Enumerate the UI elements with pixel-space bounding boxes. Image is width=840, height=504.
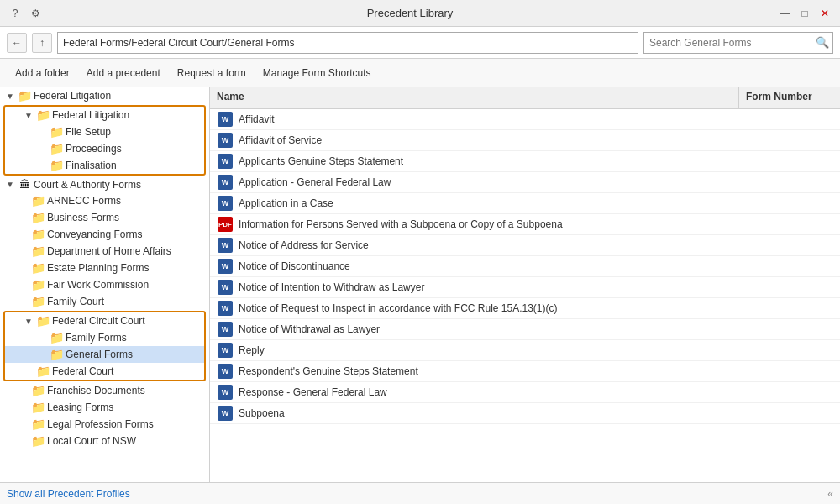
word-icon: W	[218, 175, 233, 190]
search-button[interactable]: 🔍	[812, 33, 832, 53]
tree-item-fair-work[interactable]: 📁 Fair Work Commission	[0, 276, 209, 293]
folder-icon-dept-home: 📁	[30, 244, 45, 258]
folder-icon-leasing: 📁	[30, 401, 45, 414]
settings-button[interactable]: ⚙	[27, 5, 44, 22]
folder-icon-local-court-nsw: 📁	[30, 434, 45, 448]
tree-item-federal-litigation-root[interactable]: ▼ 📁 Federal Litigation	[0, 87, 209, 104]
tree-label-court-authority: Court & Authority Forms	[32, 179, 141, 191]
tree-item-file-setup[interactable]: 📁 File Setup	[5, 123, 204, 140]
tree-label-dept-home: Department of Home Affairs	[45, 245, 171, 257]
folder-icon-fair-work: 📁	[30, 278, 45, 291]
list-row[interactable]: W Notice of Discontinuance	[210, 256, 840, 277]
tree-item-leasing[interactable]: 📁 Leasing Forms	[0, 399, 209, 416]
tree-item-conveyancing[interactable]: 📁 Conveyancing Forms	[0, 226, 209, 243]
folder-icon-family-forms: 📁	[49, 331, 64, 344]
list-row[interactable]: W Notice of Withdrawal as Lawyer	[210, 319, 840, 340]
list-row[interactable]: W Applicants Genuine Steps Statement	[210, 151, 840, 172]
list-row[interactable]: W Notice of Intention to Withdraw as Law…	[210, 277, 840, 298]
back-button[interactable]: ←	[7, 33, 27, 53]
list-item-name-affidavit: Affidavit	[239, 113, 732, 125]
doc-icon-notice-withdrawal: W	[217, 322, 234, 337]
search-input[interactable]	[644, 37, 812, 49]
list-item-name-notice-discontinuance: Notice of Discontinuance	[239, 260, 732, 272]
tree-item-family-forms[interactable]: 📁 Family Forms	[5, 329, 204, 346]
list-row[interactable]: W Subpoena	[210, 403, 840, 424]
tree-item-proceedings[interactable]: 📁 Proceedings	[5, 140, 204, 157]
left-panel: ▼ 📁 Federal Litigation ▼ 📁 Federal Litig…	[0, 87, 210, 482]
tree-item-federal-circuit-court[interactable]: ▼ 📁 Federal Circuit Court	[5, 312, 204, 329]
tree-item-family-court[interactable]: 📁 Family Court	[0, 293, 209, 310]
folder-icon-federal-litigation-root: 📁	[17, 89, 32, 102]
doc-icon-notice-discontinuance: W	[217, 259, 234, 274]
folder-icon-proceedings: 📁	[49, 142, 64, 155]
list-header: Name Form Number	[210, 87, 840, 109]
toolbar: Add a folder Add a precedent Request a f…	[0, 59, 840, 87]
list-item-name-notice-request: Notice of Request to Inspect in accordan…	[239, 302, 732, 314]
tree-item-general-forms[interactable]: 📁 General Forms	[5, 346, 204, 363]
manage-shortcuts-button[interactable]: Manage Form Shortcuts	[255, 64, 380, 82]
tree-item-local-court-nsw[interactable]: 📁 Local Court of NSW	[0, 433, 209, 449]
close-button[interactable]: ✕	[816, 5, 833, 22]
folder-icon-legal-profession: 📁	[30, 417, 45, 431]
list-row[interactable]: W Response - General Federal Law	[210, 382, 840, 403]
list-row[interactable]: W Affidavit	[210, 109, 840, 130]
folder-icon-file-setup: 📁	[49, 125, 64, 139]
collapse-button[interactable]: «	[827, 488, 833, 500]
tree-toggle-federal-litigation-child[interactable]: ▼	[24, 111, 33, 120]
list-row[interactable]: W Respondent's Genuine Steps Statement	[210, 361, 840, 382]
doc-icon-response-general: W	[217, 385, 234, 400]
address-input[interactable]	[57, 32, 638, 54]
list-row[interactable]: W Affidavit of Service	[210, 130, 840, 151]
request-form-button[interactable]: Request a form	[169, 64, 255, 82]
tree-item-federal-court[interactable]: 📁 Federal Court	[5, 363, 204, 380]
address-bar: ← ↑ 🔍	[0, 27, 840, 59]
help-button[interactable]: ?	[7, 5, 24, 22]
tree-item-finalisation[interactable]: 📁 Finalisation	[5, 157, 204, 174]
word-icon: W	[218, 343, 233, 358]
doc-icon-applicants-genuine: W	[217, 154, 234, 169]
outline-group-1: ▼ 📁 Federal Circuit Court 📁 Family Forms…	[3, 311, 206, 381]
doc-icon-information-persons: PDF	[217, 217, 234, 232]
add-folder-button[interactable]: Add a folder	[7, 64, 78, 82]
list-row[interactable]: W Notice of Address for Service	[210, 235, 840, 256]
up-button[interactable]: ↑	[32, 33, 52, 53]
tree-item-dept-home[interactable]: 📁 Department of Home Affairs	[0, 243, 209, 260]
title-bar: ? ⚙ Precedent Library — □ ✕	[0, 0, 840, 27]
list-item-name-reply: Reply	[239, 344, 732, 356]
list-item-name-applicants-genuine: Applicants Genuine Steps Statement	[239, 155, 732, 167]
tree-label-federal-litigation-root: Federal Litigation	[32, 90, 111, 102]
tree-item-franchise[interactable]: 📁 Franchise Documents	[0, 382, 209, 399]
tree-item-arnecc[interactable]: 📁 ARNECC Forms	[0, 192, 209, 209]
list-row[interactable]: W Reply	[210, 340, 840, 361]
tree-toggle-federal-circuit-court[interactable]: ▼	[24, 317, 33, 326]
show-profiles-link[interactable]: Show all Precedent Profiles	[7, 488, 130, 500]
list-row[interactable]: W Application in a Case	[210, 193, 840, 214]
folder-icon-general-forms: 📁	[49, 348, 64, 361]
tree-toggle-court-authority[interactable]: ▼	[6, 180, 14, 189]
tree-item-federal-litigation-child[interactable]: ▼ 📁 Federal Litigation	[5, 107, 204, 123]
maximize-button[interactable]: □	[796, 5, 813, 22]
tree-item-business[interactable]: 📁 Business Forms	[0, 209, 209, 226]
main-content: ▼ 📁 Federal Litigation ▼ 📁 Federal Litig…	[0, 87, 840, 482]
list-row[interactable]: PDF Information for Persons Served with …	[210, 214, 840, 235]
add-precedent-button[interactable]: Add a precedent	[78, 64, 169, 82]
list-item-name-application-general: Application - General Federal Law	[239, 176, 732, 188]
list-item-name-affidavit-service: Affidavit of Service	[239, 134, 732, 146]
list-item-name-response-general: Response - General Federal Law	[239, 386, 732, 398]
list-row[interactable]: W Application - General Federal Law	[210, 172, 840, 193]
folder-icon-family-court: 📁	[30, 295, 45, 308]
folder-icon-conveyancing: 📁	[30, 228, 45, 241]
folder-icon-federal-litigation-child: 📁	[35, 108, 50, 122]
list-row[interactable]: W Notice of Request to Inspect in accord…	[210, 298, 840, 319]
doc-icon-notice-request: W	[217, 301, 234, 316]
tree-item-court-authority[interactable]: ▼ 🏛 Court & Authority Forms	[0, 176, 209, 192]
collapse-icon: «	[827, 488, 833, 500]
tree-item-estate-planning[interactable]: 📁 Estate Planning Forms	[0, 260, 209, 276]
tree-item-legal-profession[interactable]: 📁 Legal Profession Forms	[0, 416, 209, 433]
tree-toggle-federal-litigation-root[interactable]: ▼	[6, 92, 14, 101]
minimize-button[interactable]: —	[776, 5, 793, 22]
word-icon: W	[218, 133, 233, 148]
search-box: 🔍	[643, 32, 833, 54]
word-icon: W	[218, 280, 233, 295]
tree-label-franchise: Franchise Documents	[45, 385, 145, 396]
